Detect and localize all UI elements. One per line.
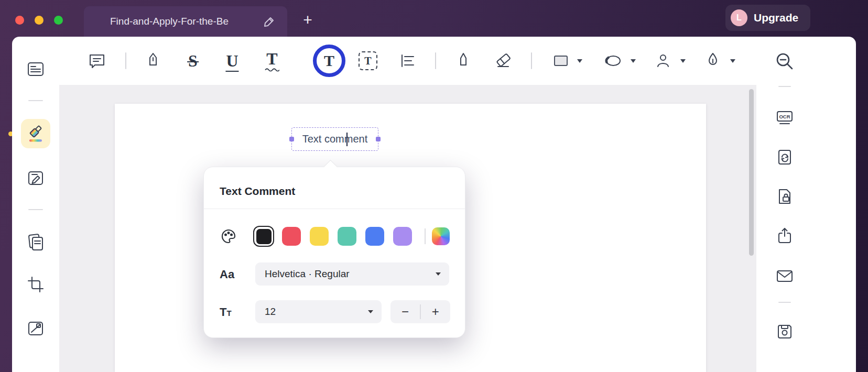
font-size-value: 12 <box>265 306 276 318</box>
text-box-tool[interactable]: T <box>359 51 377 70</box>
font-size-dropdown[interactable]: 12 <box>255 300 382 323</box>
selected-tool-ring: T <box>313 45 345 77</box>
convert-page-button[interactable] <box>776 148 794 166</box>
color-swatch-teal[interactable] <box>338 227 356 246</box>
typewriter-tool[interactable] <box>398 52 416 69</box>
popup-divider <box>204 209 465 209</box>
protect-page-button[interactable] <box>776 188 794 205</box>
stamp-person-tool[interactable] <box>654 52 672 69</box>
app-window: S U T T T <box>12 37 856 372</box>
text-comment-popup: Text Comment Aa Helvetica · Regular Tt <box>203 167 465 338</box>
selection-handle-right[interactable] <box>376 137 381 141</box>
sidebar-stamp-button[interactable] <box>26 320 45 337</box>
toolbar-divider <box>435 52 436 69</box>
swatch-divider <box>425 228 426 244</box>
text-comment-content[interactable]: Text comment <box>302 133 367 145</box>
rectangle-shape-tool[interactable] <box>552 53 570 69</box>
sidebar-pages-button[interactable] <box>26 233 45 251</box>
toolbar-divider <box>531 52 532 69</box>
strikethrough-tool[interactable]: S <box>188 52 198 69</box>
squiggly-glyph: T <box>266 50 277 67</box>
stamp-tool-dropdown-chevron[interactable] <box>680 59 686 63</box>
font-size-stepper: − + <box>390 300 450 323</box>
text-cursor <box>346 133 348 146</box>
underline-tool[interactable]: U <box>226 52 238 69</box>
account-upgrade-area[interactable]: L Upgrade <box>725 5 810 31</box>
search-zoom-button[interactable] <box>774 51 795 72</box>
highlight-tool[interactable] <box>144 52 162 70</box>
share-button[interactable] <box>776 227 794 245</box>
color-swatch-yellow[interactable] <box>310 227 329 246</box>
save-button[interactable] <box>776 323 794 341</box>
font-row-label: Aa <box>220 268 234 281</box>
tab-title-fade <box>224 6 256 37</box>
vertical-scrollbar[interactable] <box>749 89 754 256</box>
text-comment-tool-selected[interactable]: T <box>313 45 345 77</box>
right-rail-divider <box>778 86 791 87</box>
popup-title: Text Comment <box>220 185 295 198</box>
font-family-value: Helvetica · Regular <box>265 268 350 280</box>
squiggly-wave <box>265 68 279 72</box>
rectangle-tool-dropdown-chevron[interactable] <box>577 59 582 63</box>
new-tab-button[interactable]: + <box>299 12 317 29</box>
decrease-size-button[interactable]: − <box>390 300 420 323</box>
mail-button[interactable] <box>775 268 794 284</box>
ocr-label: OCR <box>779 114 790 119</box>
color-swatch-red[interactable] <box>282 227 301 246</box>
text-box-glyph: T <box>364 56 371 66</box>
rename-tab-icon[interactable] <box>263 15 276 30</box>
squiggly-underline-tool[interactable]: T <box>265 50 279 72</box>
note-comment-tool[interactable] <box>88 52 106 70</box>
font-family-dropdown[interactable]: Helvetica · Regular <box>255 262 449 286</box>
size-row-label: Tt <box>220 305 232 319</box>
avatar[interactable]: L <box>731 9 747 26</box>
underline-glyph: U <box>226 52 238 69</box>
color-swatch-blue[interactable] <box>365 227 384 246</box>
text-box-outline: T <box>359 51 377 70</box>
sidebar-divider <box>28 100 43 101</box>
sidebar-crop-button[interactable] <box>27 276 45 293</box>
text-tool-glyph: T <box>324 53 334 69</box>
zoom-window-button[interactable] <box>54 16 63 25</box>
close-window-button[interactable] <box>15 16 24 25</box>
custom-color-picker[interactable] <box>432 227 450 245</box>
ellipse-tool-dropdown-chevron[interactable] <box>631 59 636 63</box>
ocr-button[interactable]: OCR <box>775 110 794 126</box>
color-swatch-purple[interactable] <box>393 227 412 246</box>
sidebar-view-mode-button[interactable] <box>26 60 45 78</box>
chevron-down-icon <box>368 310 373 313</box>
toolbar-divider <box>125 52 126 69</box>
upgrade-button[interactable]: Upgrade <box>754 12 798 24</box>
selection-handle-left[interactable] <box>289 137 294 141</box>
sidebar-divider <box>28 209 43 210</box>
eraser-tool[interactable] <box>494 52 512 70</box>
ellipse-shape-tool[interactable] <box>604 53 623 69</box>
document-tab[interactable]: Find-and-Apply-For-the-Be <box>84 6 287 37</box>
strikethrough-glyph: S <box>188 52 198 69</box>
color-swatch-black-selected[interactable] <box>253 226 274 247</box>
pencil-tool[interactable] <box>454 52 472 70</box>
increase-size-button[interactable]: + <box>421 300 450 323</box>
sidebar-edit-button[interactable] <box>26 169 45 187</box>
signature-tool[interactable] <box>704 52 721 70</box>
text-comment-selection-box[interactable]: Text comment <box>291 127 378 151</box>
sidebar-annotate-button[interactable] <box>26 124 45 143</box>
signature-tool-dropdown-chevron[interactable] <box>730 59 735 63</box>
minimize-window-button[interactable] <box>35 16 44 25</box>
titlebar: Find-and-Apply-For-the-Be + L Upgrade <box>0 0 868 37</box>
color-palette-icon <box>220 228 237 245</box>
right-rail-divider <box>778 302 791 303</box>
chevron-down-icon <box>436 272 441 276</box>
